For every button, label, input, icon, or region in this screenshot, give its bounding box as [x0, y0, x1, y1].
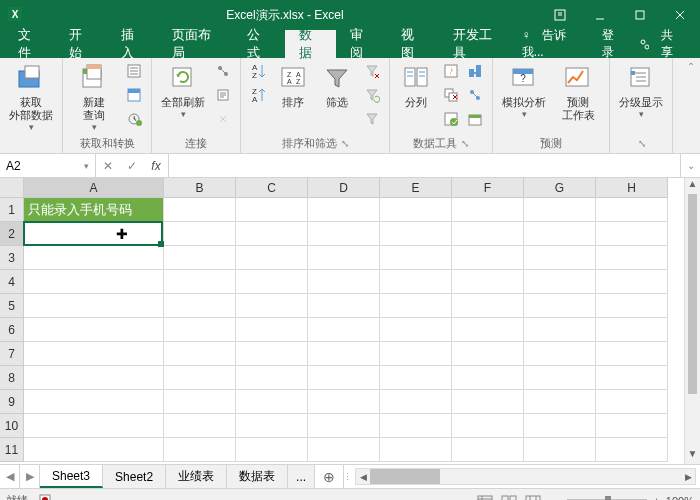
cancel-formula-icon[interactable]: ✕ [96, 159, 120, 173]
tab-data[interactable]: 数据 [285, 30, 336, 58]
tab-insert[interactable]: 插入 [107, 30, 158, 58]
column-header[interactable]: E [380, 178, 452, 198]
cell[interactable] [380, 342, 452, 366]
text-to-columns-button[interactable]: 分列 [396, 60, 436, 111]
clear-filter-icon[interactable] [361, 60, 383, 82]
cell[interactable] [452, 438, 524, 462]
cell[interactable] [524, 438, 596, 462]
cell[interactable] [308, 246, 380, 270]
manage-data-model-icon[interactable] [464, 108, 486, 130]
cell[interactable] [596, 246, 668, 270]
cell[interactable] [236, 342, 308, 366]
cell[interactable] [596, 198, 668, 222]
tell-me[interactable]: ♀ 告诉我... [514, 27, 595, 61]
sort-az-icon[interactable]: AZ [247, 60, 269, 82]
cell[interactable] [596, 222, 668, 246]
cell[interactable] [24, 246, 164, 270]
cell[interactable] [596, 414, 668, 438]
sort-button[interactable]: ZAAZ 排序 [273, 60, 313, 111]
cell[interactable] [24, 270, 164, 294]
cell[interactable] [596, 438, 668, 462]
add-sheet-button[interactable]: ⊕ [315, 465, 343, 488]
cell[interactable] [236, 222, 308, 246]
cell[interactable] [236, 390, 308, 414]
outline-button[interactable]: 分级显示▾ [616, 60, 666, 122]
cell[interactable] [452, 246, 524, 270]
cell[interactable] [524, 414, 596, 438]
cell[interactable] [24, 222, 164, 246]
cell[interactable] [308, 438, 380, 462]
cell[interactable] [308, 294, 380, 318]
formula-bar[interactable] [169, 154, 680, 177]
cell[interactable] [452, 342, 524, 366]
tab-formula[interactable]: 公式 [233, 30, 284, 58]
edit-links-icon[interactable] [212, 108, 234, 130]
cell[interactable] [236, 318, 308, 342]
filter-button[interactable]: 筛选 [317, 60, 357, 111]
cell[interactable] [236, 246, 308, 270]
page-break-view-button[interactable] [521, 492, 545, 501]
accept-formula-icon[interactable]: ✓ [120, 159, 144, 173]
cell[interactable] [164, 342, 236, 366]
cell[interactable] [308, 198, 380, 222]
cell[interactable] [164, 294, 236, 318]
fx-icon[interactable]: fx [144, 159, 168, 173]
cell[interactable] [596, 342, 668, 366]
from-table-icon[interactable] [123, 84, 145, 106]
cell[interactable] [164, 318, 236, 342]
tab-view[interactable]: 视图 [387, 30, 438, 58]
cell[interactable] [164, 414, 236, 438]
cell[interactable] [596, 270, 668, 294]
tab-dev[interactable]: 开发工具 [439, 30, 514, 58]
connections-icon[interactable] [212, 60, 234, 82]
row-header[interactable]: 9 [0, 390, 24, 414]
column-header[interactable]: A [24, 178, 164, 198]
sheet-tab[interactable]: 业绩表 [166, 465, 227, 488]
row-header[interactable]: 5 [0, 294, 24, 318]
sort-za-icon[interactable]: ZA [247, 84, 269, 106]
column-header[interactable]: B [164, 178, 236, 198]
cell[interactable] [380, 318, 452, 342]
ribbon-options-icon[interactable] [540, 0, 580, 30]
zoom-in-button[interactable]: + [653, 495, 659, 501]
cell[interactable] [24, 318, 164, 342]
cell[interactable] [24, 294, 164, 318]
row-header[interactable]: 8 [0, 366, 24, 390]
cell[interactable] [452, 294, 524, 318]
cell[interactable] [524, 270, 596, 294]
cell[interactable] [164, 270, 236, 294]
data-validation-icon[interactable] [440, 108, 462, 130]
sheet-tab[interactable]: Sheet2 [103, 465, 166, 488]
relationships-icon[interactable] [464, 84, 486, 106]
tab-layout[interactable]: 页面布局 [158, 30, 233, 58]
row-header[interactable]: 10 [0, 414, 24, 438]
cell[interactable] [164, 390, 236, 414]
remove-duplicates-icon[interactable] [440, 84, 462, 106]
cell[interactable] [524, 318, 596, 342]
cell[interactable] [308, 366, 380, 390]
column-header[interactable]: C [236, 178, 308, 198]
vertical-scrollbar[interactable]: ▲▼ [684, 178, 700, 464]
login-button[interactable]: 登录 [594, 27, 631, 61]
sheet-nav-prev[interactable]: ◀ [0, 465, 20, 488]
forecast-sheet-button[interactable]: 预测 工作表 [553, 60, 603, 124]
cell[interactable] [524, 390, 596, 414]
cell[interactable] [524, 294, 596, 318]
row-header[interactable]: 7 [0, 342, 24, 366]
name-box[interactable]: A2▾ [0, 154, 96, 177]
cell[interactable] [596, 294, 668, 318]
cell[interactable] [24, 414, 164, 438]
new-query-button[interactable]: 新建 查询▾ [69, 60, 119, 135]
cell[interactable] [24, 438, 164, 462]
cell[interactable] [380, 390, 452, 414]
cell[interactable] [24, 342, 164, 366]
cell[interactable] [236, 270, 308, 294]
expand-formula-bar-button[interactable]: ⌄ [680, 154, 700, 177]
what-if-button[interactable]: ? 模拟分析▾ [499, 60, 549, 122]
cell[interactable] [164, 222, 236, 246]
cell[interactable] [452, 390, 524, 414]
cell[interactable]: 只能录入手机号码 [24, 198, 164, 222]
cell[interactable] [380, 366, 452, 390]
flash-fill-icon[interactable] [440, 60, 462, 82]
cell[interactable] [380, 222, 452, 246]
